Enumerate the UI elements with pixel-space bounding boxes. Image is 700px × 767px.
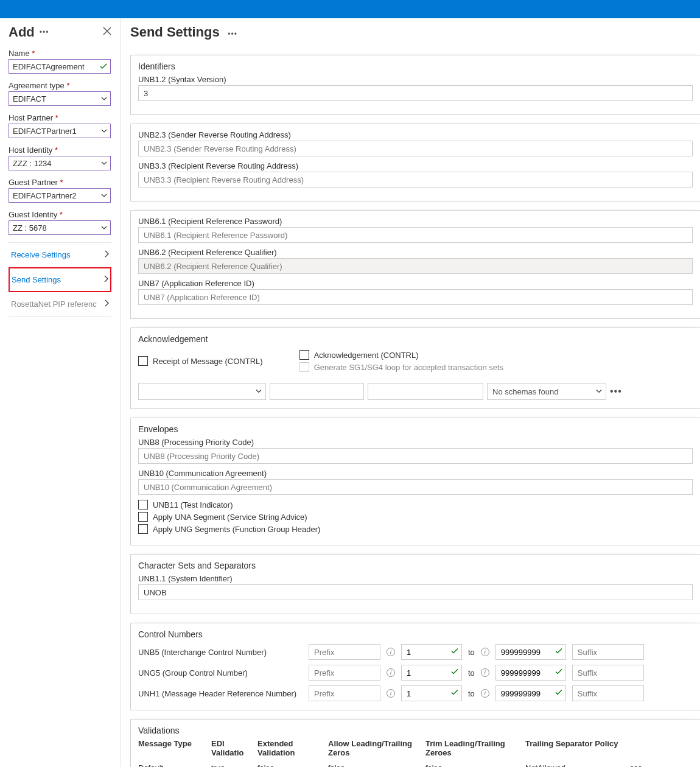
nav-label: Send Settings <box>12 275 61 284</box>
control-label: UNB5 (Interchange Control Number) <box>138 648 303 657</box>
agreement-type-select[interactable] <box>9 91 111 106</box>
info-icon[interactable]: i <box>387 648 395 656</box>
section-identifiers-routing: UNB2.3 (Sender Reverse Routing Address) … <box>130 124 700 201</box>
nav-send-settings[interactable]: Send Settings <box>9 267 111 292</box>
ack-input-2[interactable] <box>270 383 364 400</box>
more-icon[interactable]: ••• <box>610 386 622 397</box>
guest-partner-label: Guest Partner <box>9 178 111 187</box>
to-label: to <box>468 668 475 678</box>
section-title: Acknowledgement <box>138 334 693 344</box>
info-icon[interactable]: i <box>481 689 489 698</box>
ack-select-1[interactable] <box>138 383 266 400</box>
control-label: UNG5 (Group Control Number) <box>138 668 303 678</box>
name-input[interactable] <box>9 59 111 74</box>
chevron-right-icon <box>103 275 108 284</box>
info-icon[interactable]: i <box>481 648 489 656</box>
cell-edi: true <box>211 763 257 768</box>
host-partner-select[interactable] <box>9 124 111 138</box>
cell-pol: NotAllowed <box>525 763 628 768</box>
unb10-input[interactable] <box>138 479 693 495</box>
prefix-input[interactable] <box>309 665 380 681</box>
suffix-input[interactable] <box>572 685 644 701</box>
ung-checkbox[interactable] <box>138 524 148 534</box>
agreement-type-label: Agreement type <box>9 81 111 90</box>
section-title: Control Numbers <box>138 629 693 639</box>
receipt-label: Receipt of Message (CONTRL) <box>153 357 263 366</box>
una-checkbox[interactable] <box>138 512 148 522</box>
top-bar <box>0 0 700 18</box>
send-settings-panel: Send Settings ••• Identifiers UNB1.2 (Sy… <box>121 18 700 767</box>
add-panel: Add ••• Name Agreement type Host Par <box>0 18 121 767</box>
guest-identity-select[interactable] <box>9 220 111 235</box>
unb62-label: UNB6.2 (Recipient Reference Qualifier) <box>138 248 693 257</box>
unb8-label: UNB8 (Processing Priority Code) <box>138 438 693 447</box>
cell-allow: false <box>328 763 425 768</box>
section-title: Character Sets and Separators <box>138 561 693 570</box>
ung-label: Apply UNG Segments (Function Group Heade… <box>153 525 320 534</box>
nav-rosettanet[interactable]: RosettaNet PIP referenc <box>9 292 111 317</box>
guest-identity-label: Guest Identity <box>9 210 111 219</box>
unb11sys-input[interactable] <box>138 584 693 600</box>
page-title: Send Settings <box>130 24 220 40</box>
unb11-checkbox[interactable] <box>138 500 148 510</box>
section-title: Identifiers <box>138 61 693 71</box>
check-icon <box>555 648 562 657</box>
add-title: Add <box>9 24 35 40</box>
guest-partner-select[interactable] <box>9 188 111 203</box>
ack-contrl-label: Acknowledgement (CONTRL) <box>314 351 419 360</box>
ack-contrl-checkbox[interactable] <box>299 350 309 360</box>
more-icon[interactable]: ••• <box>630 762 642 767</box>
close-icon[interactable] <box>103 27 111 38</box>
more-icon[interactable]: ••• <box>40 28 49 37</box>
section-identifiers: Identifiers UNB1.2 (Syntax Version) <box>130 55 700 115</box>
section-validations: Validations Message Type EDI Validatio E… <box>130 719 700 767</box>
receipt-checkbox[interactable] <box>138 356 148 366</box>
unb11-label: UNB11 (Test Indicator) <box>153 500 233 510</box>
check-icon <box>451 689 458 698</box>
more-icon[interactable]: ••• <box>228 30 237 38</box>
control-row-unb5: UNB5 (Interchange Control Number) i to i <box>138 644 693 660</box>
unb10-label: UNB10 (Communication Agreement) <box>138 469 693 478</box>
una-label: Apply UNA Segment (Service String Advice… <box>153 513 307 522</box>
unb33-label: UNB3.3 (Recipient Reverse Routing Addres… <box>138 161 693 170</box>
section-title: Validations <box>138 726 693 735</box>
chevron-right-icon <box>104 250 109 259</box>
info-icon[interactable]: i <box>481 668 489 677</box>
nav-receive-settings[interactable]: Receive Settings <box>9 243 111 267</box>
unb12-input[interactable] <box>138 85 693 101</box>
unb8-input[interactable] <box>138 448 693 464</box>
chevron-right-icon <box>104 299 109 309</box>
suffix-input[interactable] <box>572 665 644 681</box>
ack-schema-select[interactable] <box>487 383 606 400</box>
unb62-input[interactable] <box>138 258 693 274</box>
suffix-input[interactable] <box>572 644 644 660</box>
ack-input-3[interactable] <box>368 383 483 400</box>
to-label: to <box>468 689 475 698</box>
name-label: Name <box>9 49 111 58</box>
host-partner-label: Host Partner <box>9 113 111 122</box>
check-icon <box>451 648 458 657</box>
info-icon[interactable]: i <box>387 668 395 677</box>
check-icon <box>555 668 562 678</box>
unb61-input[interactable] <box>138 227 693 243</box>
unb23-input[interactable] <box>138 141 693 156</box>
unb7-input[interactable] <box>138 289 693 305</box>
host-identity-select[interactable] <box>9 156 111 170</box>
check-icon <box>555 689 562 698</box>
prefix-input[interactable] <box>309 685 380 701</box>
host-identity-label: Host Identity <box>9 145 111 155</box>
validations-header: Message Type EDI Validatio Extended Vali… <box>138 739 693 757</box>
prefix-input[interactable] <box>309 644 380 660</box>
section-title: Envelopes <box>138 424 693 434</box>
gen-loop-label: Generate SG1/SG4 loop for accepted trans… <box>314 363 503 372</box>
section-identifiers-ref: UNB6.1 (Recipient Reference Password) UN… <box>130 210 700 319</box>
unb33-input[interactable] <box>138 172 693 187</box>
unb7-label: UNB7 (Application Reference ID) <box>138 279 693 288</box>
validation-default-row: Default true false false false NotAllowe… <box>138 762 693 767</box>
cell-trim: false <box>425 763 525 768</box>
chevron-down-icon <box>256 387 262 396</box>
info-icon[interactable]: i <box>387 689 395 698</box>
chevron-down-icon <box>596 387 602 396</box>
section-charsets: Character Sets and Separators UNB1.1 (Sy… <box>130 554 700 614</box>
unb23-label: UNB2.3 (Sender Reverse Routing Address) <box>138 130 693 139</box>
